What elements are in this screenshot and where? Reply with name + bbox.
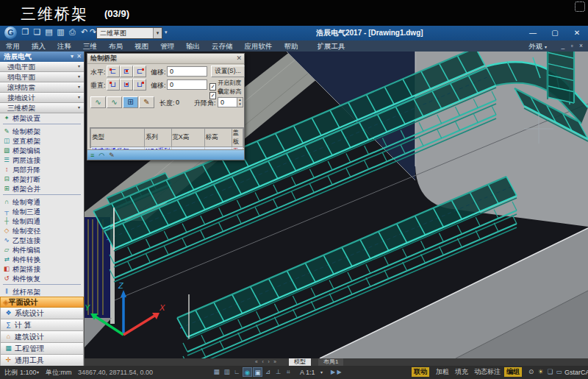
osnap-icon[interactable]: ▣	[253, 367, 262, 377]
tool-merge-tray[interactable]: ⊞桥架合并	[0, 184, 84, 194]
nav-general-tools[interactable]: ✛通用工具	[0, 355, 84, 366]
tool-rod-hanger[interactable]: ‖丝杆吊架	[0, 287, 84, 297]
v-align-top-button[interactable]: ⊔	[107, 79, 120, 91]
group-3d-tray[interactable]: 三维桥架▾	[0, 103, 84, 113]
tool-draw-cross[interactable]: ┼绘制四通	[0, 216, 84, 226]
chevron-down-icon[interactable]: ▾	[37, 366, 39, 379]
chevron-down-icon[interactable]: ▾	[153, 28, 162, 38]
toggle-linkage[interactable]: 联动	[412, 367, 429, 377]
save-icon[interactable]: ▤	[43, 27, 54, 37]
tab-manage[interactable]: 管理	[154, 40, 180, 52]
app-logo-icon[interactable]: G	[4, 26, 17, 39]
nav-plane-design[interactable]: ◈平面设计	[0, 297, 84, 308]
grid-icon[interactable]: ▦	[212, 367, 221, 377]
tool-break-tray[interactable]: ⊟桥架打断	[0, 174, 84, 184]
tab-help[interactable]: 帮助	[279, 40, 304, 52]
h-align-left-button[interactable]: ⊏	[107, 65, 120, 77]
snap-icon[interactable]: ▥	[222, 367, 232, 377]
tool-draw-elbow[interactable]: ∩绘制弯通	[0, 197, 84, 207]
document-window-buttons[interactable]: _ ▫ ×	[562, 40, 585, 52]
angle-spinner[interactable]: ▲▼	[237, 97, 243, 107]
tool-edit-tray[interactable]: ▨桥架编辑	[0, 146, 84, 155]
h-align-center-button[interactable]: ⊏	[120, 65, 133, 77]
tool-vertical-tray[interactable]: ◫竖直桥架	[0, 136, 84, 146]
brush-icon[interactable]: ✎	[109, 152, 115, 159]
tab-nav-arrows[interactable]: « ‹ › »	[255, 358, 278, 366]
dyn-ucs-icon[interactable]: ⊥	[273, 367, 283, 377]
tool-draw-reducer[interactable]: ◇绘制变径	[0, 226, 84, 235]
polar-icon[interactable]: ◉	[243, 367, 252, 377]
offset-v-input[interactable]: 0	[167, 79, 207, 90]
annotation-scale[interactable]: A 1:1	[300, 366, 315, 379]
print-icon[interactable]: ⎙	[67, 27, 78, 37]
angle-input[interactable]: 0	[218, 97, 237, 107]
tool-local-lift[interactable]: ↕局部升降	[0, 165, 84, 174]
tool-draw-tray[interactable]: ✎绘制桥架	[0, 127, 84, 136]
tab-3d[interactable]: 三维	[77, 40, 103, 52]
toggle-bold[interactable]: 加粗	[434, 367, 451, 377]
toggle-fill[interactable]: 填充	[453, 367, 470, 377]
group-strong-electric[interactable]: 强电平面▾	[0, 62, 84, 72]
chevron-down-icon[interactable]: ▾	[320, 366, 323, 379]
tab-annotate[interactable]: 注释	[51, 40, 77, 52]
tab-model[interactable]: 模型	[289, 358, 311, 366]
dialog-close-icon[interactable]: ✕	[236, 54, 242, 63]
tab-extension-tools[interactable]: 扩展工具	[312, 40, 351, 52]
settings-button[interactable]: 设置(S)...	[211, 65, 245, 77]
toggle-group[interactable]: 编组	[504, 367, 522, 377]
tool-lap-joint[interactable]: ◧桥架搭接	[0, 264, 84, 274]
pin-icon[interactable]: ▾	[71, 52, 74, 62]
offset-h-input[interactable]: 0	[167, 66, 207, 77]
lock-icon[interactable]: ⊙	[526, 367, 536, 377]
tool-restore-part[interactable]: ↺构件恢复	[0, 274, 84, 283]
tool-convert-part[interactable]: ⇄构件转换	[0, 255, 84, 264]
brush-button[interactable]: ✎	[139, 96, 154, 108]
save-as-icon[interactable]: ▥	[55, 27, 66, 37]
nav-calculate[interactable]: ∑计 算	[0, 319, 84, 331]
ortho-icon[interactable]: ∟	[232, 367, 242, 377]
scale-value[interactable]: 1:100	[20, 366, 37, 379]
group-weak-electric[interactable]: 弱电平面▾	[0, 72, 84, 82]
maximize-button[interactable]: ▢	[545, 27, 564, 38]
close-icon[interactable]: ✕	[76, 52, 82, 62]
nav-project-manage[interactable]: ▦工程管理	[0, 343, 84, 355]
new-file-icon[interactable]: ❐	[20, 27, 31, 37]
cursor-mode-icons[interactable]: ▶ ▶	[331, 366, 342, 379]
tool-tray-settings[interactable]: ✦桥架设置	[0, 113, 84, 123]
close-button[interactable]: ✕	[567, 27, 587, 38]
v-align-bottom-button[interactable]: ⊔	[133, 79, 146, 91]
tab-cloud[interactable]: 云存储	[206, 40, 239, 52]
tab-output[interactable]: 输出	[180, 40, 206, 52]
nav-building-design[interactable]: ⌂建筑设计	[0, 331, 84, 343]
tab-layout1[interactable]: 布局1	[318, 358, 343, 366]
tab-insert[interactable]: 插入	[26, 40, 51, 52]
tool-edit-part[interactable]: ▱构件编辑	[0, 245, 84, 255]
nav-system-design[interactable]: ❖系统设计	[0, 308, 84, 319]
monitor-icon[interactable]: ▭	[554, 367, 564, 377]
workspace-dropdown[interactable]: 二维草图 ▾	[96, 27, 162, 39]
tab-apps[interactable]: 应用软件	[239, 40, 279, 52]
tool-draw-tee[interactable]: ┬绘制三通	[0, 207, 84, 216]
toggle-dynamic-annotation[interactable]: 动态标注	[472, 367, 503, 377]
open-file-icon[interactable]: ❏	[32, 27, 43, 37]
lightbulb-icon[interactable]: ☀	[536, 367, 545, 377]
qat-more-icon[interactable]: ▾	[165, 29, 168, 35]
tab-layout[interactable]: 布局	[103, 40, 129, 52]
tool-two-layer[interactable]: ☰两层连接	[0, 155, 84, 165]
otrack-icon[interactable]: ⊿	[263, 367, 273, 377]
dyn-input-icon[interactable]: ⌗	[284, 367, 293, 377]
minimize-button[interactable]: —	[523, 27, 542, 38]
arc-icon[interactable]: ◠	[98, 152, 104, 159]
group-grounding[interactable]: 接地设计▾	[0, 93, 84, 103]
v-align-middle-button[interactable]: ⊔	[120, 79, 133, 91]
slope-down-button[interactable]: ∿	[90, 96, 106, 108]
layers-icon[interactable]: ≡	[90, 152, 94, 159]
grid-mode-button[interactable]: ⊞	[123, 96, 138, 108]
dialog-titlebar[interactable]: 绘制桥架 ✕	[87, 54, 244, 64]
tab-view[interactable]: 视图	[129, 40, 154, 52]
slope-up-button[interactable]: ∿	[107, 96, 122, 108]
tool-z-connect[interactable]: ∿乙型连接	[0, 235, 84, 245]
tab-common[interactable]: 常用	[0, 40, 26, 52]
group-lightning[interactable]: 滚球防雷▾	[0, 82, 84, 93]
h-align-right-button[interactable]: ⊏	[133, 65, 146, 77]
